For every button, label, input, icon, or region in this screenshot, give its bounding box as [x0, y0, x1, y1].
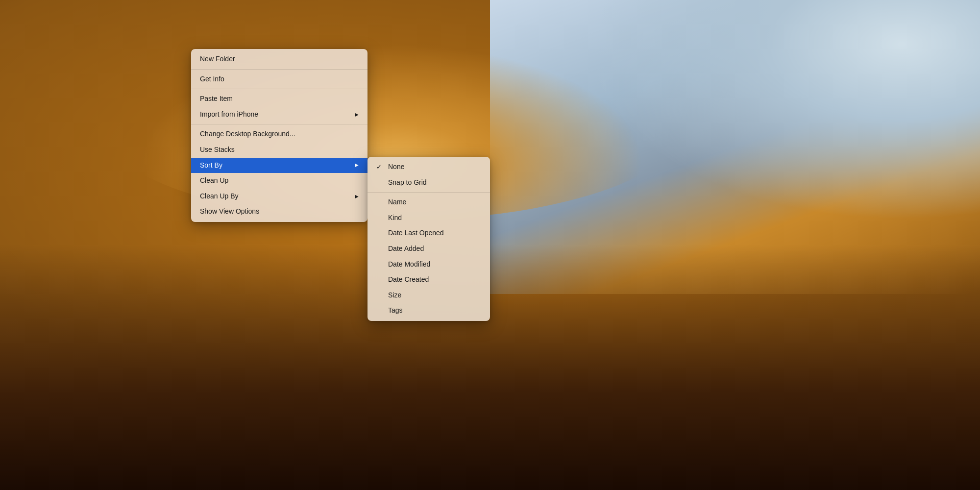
context-menu-wrapper: New Folder Get Info Paste Item Import fr…: [191, 49, 368, 222]
sort-by-submenu: ✓ None Snap to Grid Name Kind Date Last …: [368, 157, 490, 321]
context-menu: New Folder Get Info Paste Item Import fr…: [191, 49, 368, 222]
submenu-arrow-clean-up-by: ▶: [355, 193, 359, 200]
submenu-item-date-last-opened[interactable]: Date Last Opened: [368, 225, 490, 241]
menu-item-import-from-iphone[interactable]: Import from iPhone ▶: [191, 107, 368, 122]
menu-item-show-view-options[interactable]: Show View Options: [191, 204, 368, 220]
checkmark-none: ✓: [376, 163, 384, 172]
menu-item-get-info[interactable]: Get Info: [191, 72, 368, 87]
separator-1: [191, 69, 368, 70]
submenu-item-kind[interactable]: Kind: [368, 210, 490, 226]
menu-item-paste-item[interactable]: Paste Item: [191, 91, 368, 107]
menu-item-clean-up[interactable]: Clean Up: [191, 173, 368, 189]
menu-item-clean-up-by[interactable]: Clean Up By ▶: [191, 189, 368, 204]
submenu-item-size[interactable]: Size: [368, 288, 490, 303]
submenu-item-tags[interactable]: Tags: [368, 303, 490, 318]
submenu-item-date-created[interactable]: Date Created: [368, 272, 490, 288]
submenu-item-date-modified[interactable]: Date Modified: [368, 257, 490, 272]
submenu-arrow-iphone: ▶: [355, 111, 359, 118]
submenu-separator-1: [368, 192, 490, 193]
submenu-item-name[interactable]: Name: [368, 195, 490, 210]
menu-item-change-desktop-background[interactable]: Change Desktop Background...: [191, 126, 368, 142]
submenu-item-none[interactable]: ✓ None: [368, 159, 490, 175]
submenu-arrow-sort-by: ▶: [355, 162, 359, 169]
desktop-background: [0, 0, 980, 490]
separator-3: [191, 124, 368, 124]
submenu-item-snap-to-grid[interactable]: Snap to Grid: [368, 175, 490, 191]
submenu-item-date-added[interactable]: Date Added: [368, 241, 490, 257]
separator-2: [191, 89, 368, 89]
menu-item-new-folder[interactable]: New Folder: [191, 51, 368, 67]
menu-item-sort-by[interactable]: Sort By ▶: [191, 158, 368, 173]
menu-item-use-stacks[interactable]: Use Stacks: [191, 142, 368, 158]
